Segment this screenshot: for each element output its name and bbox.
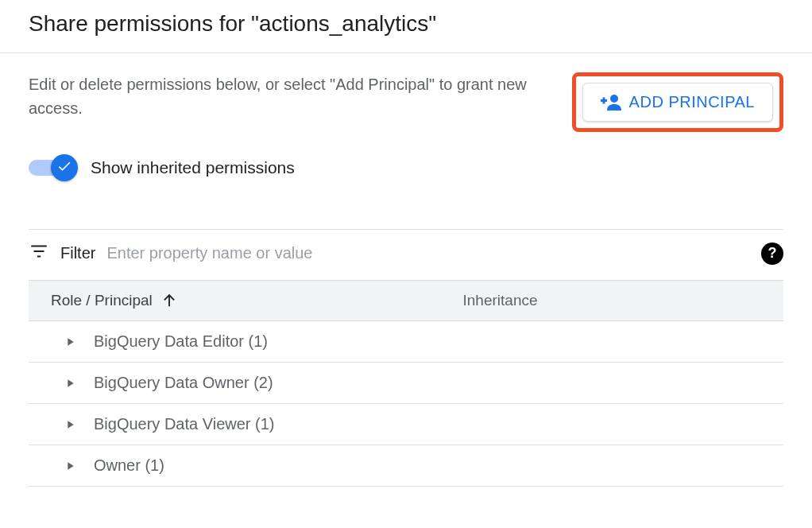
role-label: BigQuery Data Owner (2) bbox=[94, 374, 273, 392]
column-header-role-label: Role / Principal bbox=[51, 292, 153, 309]
check-icon bbox=[56, 158, 72, 178]
filter-label: Filter bbox=[60, 244, 95, 262]
chevron-right-icon[interactable] bbox=[64, 460, 76, 472]
filter-input[interactable] bbox=[106, 244, 747, 262]
table-row[interactable]: BigQuery Data Viewer (1) bbox=[29, 404, 783, 445]
inherited-permissions-toggle[interactable] bbox=[29, 154, 78, 181]
help-icon[interactable]: ? bbox=[761, 243, 783, 265]
description-text: Edit or delete permissions below, or sel… bbox=[29, 72, 537, 120]
inherited-toggle-row: Show inherited permissions bbox=[29, 154, 783, 181]
table-row[interactable]: BigQuery Data Owner (2) bbox=[29, 363, 783, 404]
svg-rect-2 bbox=[602, 97, 605, 103]
column-header-role[interactable]: Role / Principal bbox=[51, 292, 463, 309]
add-principal-label: ADD PRINCIPAL bbox=[629, 93, 755, 111]
add-person-icon bbox=[601, 94, 621, 111]
add-principal-button[interactable]: ADD PRINCIPAL bbox=[582, 83, 773, 122]
permissions-table: Filter ? Role / Principal Inheritance Bi… bbox=[29, 229, 783, 487]
table-row[interactable]: BigQuery Data Editor (1) bbox=[29, 321, 783, 363]
role-label: Owner (1) bbox=[94, 456, 164, 475]
chevron-right-icon[interactable] bbox=[64, 336, 76, 348]
chevron-right-icon[interactable] bbox=[64, 418, 76, 431]
filter-bar: Filter ? bbox=[29, 229, 783, 280]
role-label: BigQuery Data Editor (1) bbox=[94, 332, 268, 351]
filter-icon bbox=[29, 241, 49, 266]
table-header-row: Role / Principal Inheritance bbox=[29, 280, 783, 321]
role-label: BigQuery Data Viewer (1) bbox=[94, 415, 275, 433]
intro-row: Edit or delete permissions below, or sel… bbox=[29, 72, 783, 132]
inherited-permissions-label: Show inherited permissions bbox=[91, 158, 295, 177]
page-title: Share permissions for "actions_analytics… bbox=[29, 11, 783, 37]
chevron-right-icon[interactable] bbox=[64, 377, 76, 390]
dialog-header: Share permissions for "actions_analytics… bbox=[0, 0, 812, 52]
table-row[interactable]: Owner (1) bbox=[29, 445, 783, 487]
column-header-inheritance[interactable]: Inheritance bbox=[463, 292, 761, 309]
content-area: Edit or delete permissions below, or sel… bbox=[0, 53, 812, 487]
annotation-highlight: ADD PRINCIPAL bbox=[572, 72, 783, 132]
svg-point-0 bbox=[610, 95, 618, 103]
sort-ascending-icon bbox=[160, 292, 178, 309]
